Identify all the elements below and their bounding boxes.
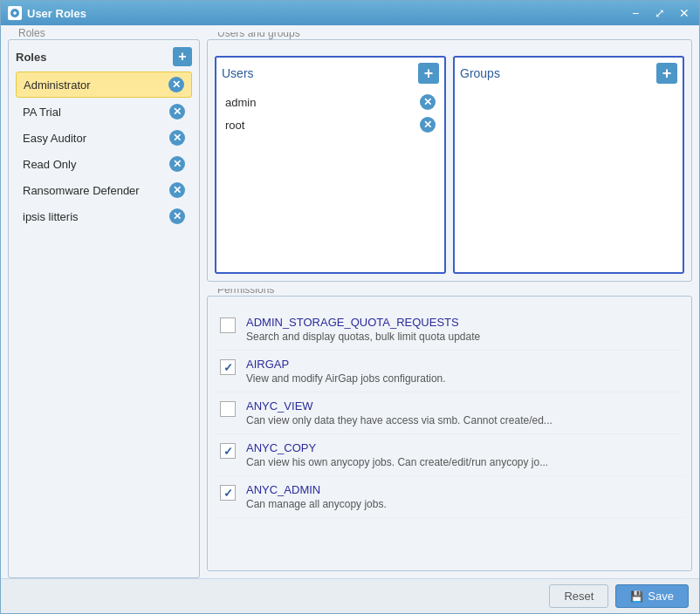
perm-name: AIRGAP xyxy=(246,358,679,371)
role-item-readonly[interactable]: Read Only ✕ xyxy=(16,152,192,176)
close-button[interactable]: ✕ xyxy=(676,6,692,20)
remove-role-icon[interactable]: ✕ xyxy=(169,156,185,172)
role-name: ipsis litteris xyxy=(23,210,79,223)
perm-info: ANYC_ADMIN Can manage all anycopy jobs. xyxy=(246,483,679,510)
window-title: User Roles xyxy=(27,7,619,20)
remove-role-icon[interactable]: ✕ xyxy=(169,182,185,198)
role-item-patrial[interactable]: PA Trial ✕ xyxy=(16,99,192,124)
footer: Reset 💾 Save xyxy=(1,578,699,613)
perm-name: ADMIN_STORAGE_QUOTA_REQUESTS xyxy=(246,316,679,329)
add-user-button[interactable]: + xyxy=(418,63,439,84)
user-item-root[interactable]: root ✕ xyxy=(222,113,439,136)
role-name: Ransomware Defender xyxy=(23,184,140,197)
remove-user-icon[interactable]: ✕ xyxy=(420,94,436,110)
perm-checkbox[interactable] xyxy=(220,317,236,333)
perm-desc: Can view his own anycopy jobs. Can creat… xyxy=(246,456,679,468)
remove-role-icon[interactable]: ✕ xyxy=(169,130,185,146)
permissions-list: ADMIN_STORAGE_QUOTA_REQUESTS Search and … xyxy=(215,309,684,563)
roles-list: Administrator ✕ PA Trial ✕ Easy Auditor … xyxy=(16,72,192,230)
maximize-button[interactable]: ⤢ xyxy=(652,6,668,20)
permissions-legend: Permissions xyxy=(214,289,278,296)
user-roles-window: User Roles − ⤢ ✕ Roles Roles + Administr… xyxy=(0,0,700,614)
save-label: Save xyxy=(648,590,674,603)
perm-item: ANYC_ADMIN Can manage all anycopy jobs. xyxy=(215,476,684,518)
role-name: PA Trial xyxy=(23,106,61,119)
groups-title: Groups xyxy=(460,66,500,80)
user-name: admin xyxy=(225,96,256,109)
perm-name: ANYC_COPY xyxy=(246,441,679,454)
perm-info: ANYC_COPY Can view his own anycopy jobs.… xyxy=(246,441,679,468)
reset-button[interactable]: Reset xyxy=(549,584,608,608)
save-icon: 💾 xyxy=(630,590,643,603)
users-title: Users xyxy=(222,66,254,80)
remove-role-icon[interactable]: ✕ xyxy=(169,208,185,224)
perm-item: ANYC_VIEW Can view only data they have a… xyxy=(215,392,684,434)
perm-info: ADMIN_STORAGE_QUOTA_REQUESTS Search and … xyxy=(246,316,679,343)
perm-checkbox[interactable] xyxy=(220,443,236,459)
perm-name: ANYC_ADMIN xyxy=(246,483,679,496)
perm-item: ANYC_COPY Can view his own anycopy jobs.… xyxy=(215,434,684,476)
right-panel: Users and groups Users + admin ✕ xyxy=(207,32,692,571)
roles-header: Roles + xyxy=(16,47,192,66)
role-item-easyauditor[interactable]: Easy Auditor ✕ xyxy=(16,126,192,150)
user-item-admin[interactable]: admin ✕ xyxy=(222,91,439,113)
role-name: Administrator xyxy=(24,78,91,92)
perm-checkbox[interactable] xyxy=(220,401,236,417)
role-item-ransomware[interactable]: Ransomware Defender ✕ xyxy=(16,178,192,202)
users-header: Users + xyxy=(222,63,439,84)
titlebar: User Roles − ⤢ ✕ xyxy=(1,1,699,25)
role-item-administrator[interactable]: Administrator ✕ xyxy=(16,72,192,98)
groups-header: Groups + xyxy=(460,63,677,84)
perm-item: AIRGAP View and modify AirGap jobs confi… xyxy=(215,351,684,392)
add-group-button[interactable]: + xyxy=(656,63,677,84)
ug-content: Users + admin ✕ root ✕ xyxy=(215,56,684,274)
users-box: Users + admin ✕ root ✕ xyxy=(215,56,446,274)
perm-checkbox[interactable] xyxy=(220,485,236,501)
perm-item: ADMIN_STORAGE_QUOTA_REQUESTS Search and … xyxy=(215,309,684,351)
roles-label: Roles xyxy=(16,51,46,64)
role-item-ipsis[interactable]: ipsis litteris ✕ xyxy=(16,204,192,229)
save-button[interactable]: 💾 Save xyxy=(615,584,689,608)
perm-info: AIRGAP View and modify AirGap jobs confi… xyxy=(246,358,679,385)
perm-desc: Can view only data they have access via … xyxy=(246,414,679,426)
add-role-button[interactable]: + xyxy=(173,47,192,66)
perm-desc: Can manage all anycopy jobs. xyxy=(246,498,679,510)
role-name: Read Only xyxy=(23,158,76,171)
remove-user-icon[interactable]: ✕ xyxy=(420,117,436,133)
perm-checkbox[interactable] xyxy=(220,359,236,375)
main-content: Roles Roles + Administrator ✕ PA Trial ✕ xyxy=(1,25,699,578)
groups-box: Groups + xyxy=(453,56,684,274)
roles-panel-legend: Roles xyxy=(15,27,49,39)
ug-legend: Users and groups xyxy=(214,32,304,39)
remove-role-icon[interactable]: ✕ xyxy=(169,104,185,119)
perm-desc: View and modify AirGap jobs configuratio… xyxy=(246,372,679,385)
role-name: Easy Auditor xyxy=(23,132,86,145)
minimize-button[interactable]: − xyxy=(628,6,643,20)
perm-desc: Search and display quotas, bulk limit qu… xyxy=(246,331,679,343)
window-icon xyxy=(8,6,22,20)
perm-info: ANYC_VIEW Can view only data they have a… xyxy=(246,399,679,426)
remove-role-icon[interactable]: ✕ xyxy=(168,77,184,92)
user-name: root xyxy=(225,119,244,132)
perm-name: ANYC_VIEW xyxy=(246,399,679,413)
